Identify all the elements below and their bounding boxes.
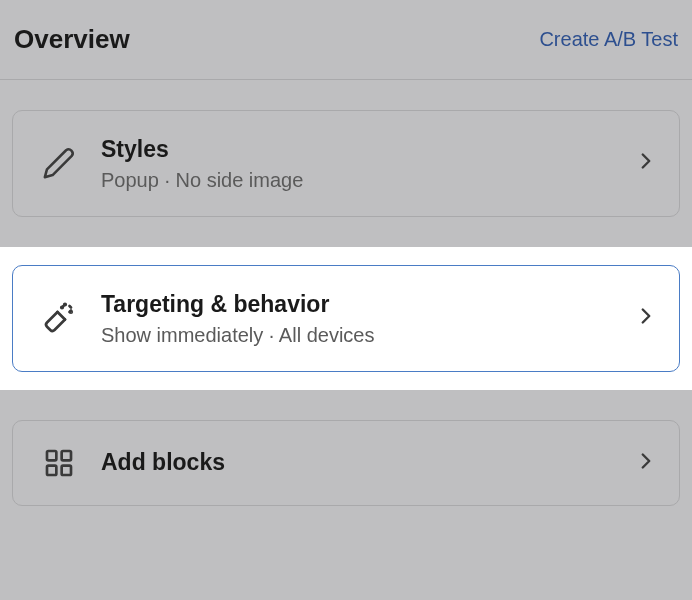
blocks-icon xyxy=(41,445,77,481)
svg-rect-3 xyxy=(47,451,56,460)
magic-wand-icon xyxy=(41,300,77,336)
section-styles-wrapper: Styles Popup · No side image xyxy=(0,80,692,247)
styles-card[interactable]: Styles Popup · No side image xyxy=(12,110,680,217)
svg-point-2 xyxy=(61,307,63,309)
svg-rect-6 xyxy=(62,465,71,474)
addblocks-title: Add blocks xyxy=(101,448,633,478)
styles-title: Styles xyxy=(101,135,633,165)
page-title: Overview xyxy=(14,24,130,55)
chevron-right-icon xyxy=(633,148,659,178)
svg-point-1 xyxy=(70,312,72,314)
styles-card-content: Styles Popup · No side image xyxy=(101,135,633,192)
targeting-subtitle: Show immediately · All devices xyxy=(101,324,633,347)
targeting-card[interactable]: Targeting & behavior Show immediately · … xyxy=(12,265,680,372)
section-targeting-wrapper: Targeting & behavior Show immediately · … xyxy=(0,247,692,390)
styles-subtitle: Popup · No side image xyxy=(101,169,633,192)
svg-rect-5 xyxy=(47,465,56,474)
targeting-title: Targeting & behavior xyxy=(101,290,633,320)
targeting-card-content: Targeting & behavior Show immediately · … xyxy=(101,290,633,347)
section-addblocks-wrapper: Add blocks xyxy=(0,390,692,536)
chevron-right-icon xyxy=(633,303,659,333)
chevron-right-icon xyxy=(633,448,659,478)
svg-rect-4 xyxy=(62,451,71,460)
svg-point-0 xyxy=(64,304,66,306)
header: Overview Create A/B Test xyxy=(0,0,692,80)
addblocks-card[interactable]: Add blocks xyxy=(12,420,680,506)
pencil-icon xyxy=(41,145,77,181)
create-ab-test-link[interactable]: Create A/B Test xyxy=(539,28,678,51)
